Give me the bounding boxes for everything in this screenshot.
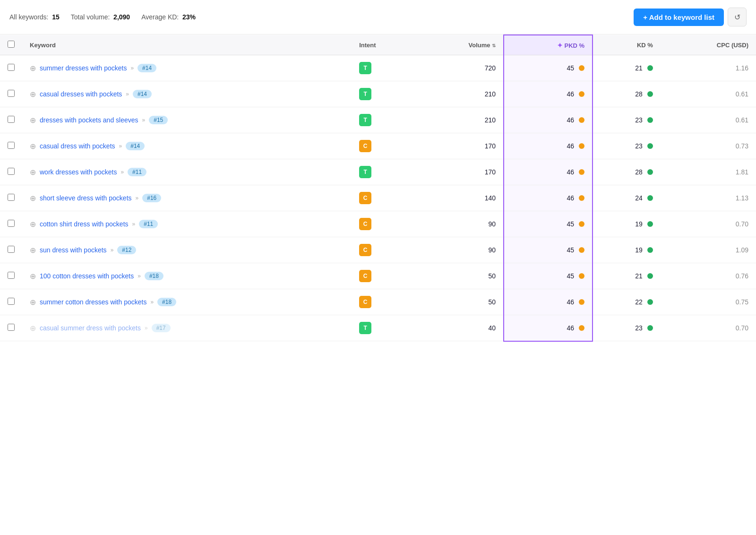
add-keyword-icon[interactable]: ⊕ bbox=[30, 116, 36, 125]
intent-badge: C bbox=[359, 270, 371, 282]
pkd-value: 46 bbox=[567, 142, 575, 150]
intent-badge: T bbox=[359, 62, 371, 74]
keyword-link[interactable]: cotton shirt dress with pockets bbox=[40, 220, 129, 228]
col-header-intent: Intent bbox=[352, 35, 416, 55]
kd-dot bbox=[647, 221, 653, 227]
row-checkbox[interactable] bbox=[8, 168, 15, 175]
row-checkbox[interactable] bbox=[8, 194, 15, 201]
keyword-cell: ⊕ work dresses with pockets » #11 bbox=[22, 159, 352, 185]
header-actions: + Add to keyword list ↺ bbox=[634, 8, 747, 26]
kd-cell: 28 bbox=[593, 81, 661, 107]
table-row: ⊕ cotton shirt dress with pockets » #11 … bbox=[0, 211, 756, 237]
intent-badge: T bbox=[359, 114, 371, 126]
kd-cell: 19 bbox=[593, 237, 661, 263]
navigate-arrows: » bbox=[126, 91, 129, 97]
table-row: ⊕ dresses with pockets and sleeves » #15… bbox=[0, 107, 756, 133]
pkd-value: 46 bbox=[567, 116, 575, 124]
pkd-dot bbox=[579, 247, 584, 253]
row-checkbox[interactable] bbox=[8, 324, 15, 331]
keyword-cell: ⊕ short sleeve dress with pockets » #16 bbox=[22, 185, 352, 211]
keyword-link[interactable]: summer dresses with pockets bbox=[40, 64, 127, 72]
kd-cell: 23 bbox=[593, 107, 661, 133]
volume-sort-icon[interactable]: ⇅ bbox=[492, 43, 496, 48]
intent-badge: T bbox=[359, 322, 371, 334]
add-keyword-icon[interactable]: ⊕ bbox=[30, 64, 36, 73]
keyword-table-container: Keyword Intent Volume ⇅ ✦ PKD % KD % CPC… bbox=[0, 35, 756, 342]
avg-kd-stat: Average KD: 23% bbox=[141, 13, 196, 21]
kd-value: 23 bbox=[635, 142, 643, 150]
add-keyword-icon[interactable]: ⊕ bbox=[30, 298, 36, 307]
add-keyword-icon[interactable]: ⊕ bbox=[30, 90, 36, 99]
add-to-keyword-list-button[interactable]: + Add to keyword list bbox=[634, 9, 724, 26]
add-keyword-icon[interactable]: ⊕ bbox=[30, 142, 36, 151]
keyword-cell: ⊕ cotton shirt dress with pockets » #11 bbox=[22, 211, 352, 237]
keyword-link[interactable]: casual dresses with pockets bbox=[40, 90, 122, 98]
rank-badge: #12 bbox=[117, 246, 136, 254]
keyword-link[interactable]: sun dress with pockets bbox=[40, 246, 107, 254]
kd-value: 21 bbox=[635, 272, 643, 280]
col-header-checkbox bbox=[0, 35, 22, 55]
volume-cell: 90 bbox=[416, 237, 504, 263]
row-checkbox-cell bbox=[0, 55, 22, 81]
navigate-arrows: » bbox=[137, 273, 141, 279]
add-keyword-icon[interactable]: ⊕ bbox=[30, 220, 36, 229]
pkd-cell: 46 bbox=[504, 185, 593, 211]
row-checkbox[interactable] bbox=[8, 90, 15, 97]
pkd-value: 46 bbox=[567, 324, 575, 332]
add-keyword-icon[interactable]: ⊕ bbox=[30, 324, 36, 333]
kd-dot bbox=[647, 299, 653, 305]
cpc-cell: 1.81 bbox=[661, 159, 756, 185]
keyword-link[interactable]: dresses with pockets and sleeves bbox=[40, 116, 138, 124]
add-keyword-icon[interactable]: ⊕ bbox=[30, 246, 36, 255]
table-row: ⊕ casual summer dress with pockets » #17… bbox=[0, 315, 756, 341]
rank-badge: #11 bbox=[139, 220, 158, 228]
row-checkbox[interactable] bbox=[8, 142, 15, 149]
row-checkbox[interactable] bbox=[8, 272, 15, 279]
col-header-volume: Volume ⇅ bbox=[416, 35, 504, 55]
pkd-dot bbox=[579, 299, 584, 305]
intent-cell: C bbox=[352, 185, 416, 211]
kd-dot bbox=[647, 247, 653, 253]
intent-badge: C bbox=[359, 296, 371, 308]
col-header-keyword: Keyword bbox=[22, 35, 352, 55]
rank-badge: #14 bbox=[133, 90, 152, 98]
pkd-dot bbox=[579, 195, 584, 201]
row-checkbox[interactable] bbox=[8, 298, 15, 305]
volume-cell: 210 bbox=[416, 81, 504, 107]
navigate-arrows: » bbox=[132, 221, 136, 227]
intent-cell: T bbox=[352, 107, 416, 133]
row-checkbox-cell bbox=[0, 315, 22, 341]
rank-badge: #14 bbox=[137, 64, 156, 72]
select-all-checkbox[interactable] bbox=[8, 41, 15, 48]
cpc-cell: 0.61 bbox=[661, 81, 756, 107]
pkd-dot bbox=[579, 325, 584, 331]
kd-value: 23 bbox=[635, 324, 643, 332]
rank-badge: #16 bbox=[142, 194, 161, 202]
refresh-button[interactable]: ↺ bbox=[728, 8, 747, 26]
add-keyword-icon[interactable]: ⊕ bbox=[30, 168, 36, 177]
kd-dot bbox=[647, 143, 653, 149]
keyword-link[interactable]: summer cotton dresses with pockets bbox=[40, 298, 146, 306]
row-checkbox[interactable] bbox=[8, 220, 15, 227]
keyword-link[interactable]: short sleeve dress with pockets bbox=[40, 194, 132, 202]
intent-cell: T bbox=[352, 81, 416, 107]
intent-cell: T bbox=[352, 55, 416, 81]
volume-cell: 50 bbox=[416, 263, 504, 289]
add-keyword-icon[interactable]: ⊕ bbox=[30, 272, 36, 281]
row-checkbox[interactable] bbox=[8, 246, 15, 253]
keyword-link[interactable]: casual dress with pockets bbox=[40, 142, 115, 150]
keyword-cell: ⊕ casual dress with pockets » #14 bbox=[22, 133, 352, 159]
keyword-link[interactable]: work dresses with pockets bbox=[40, 168, 117, 176]
keyword-link[interactable]: casual summer dress with pockets bbox=[40, 324, 141, 332]
kd-value: 24 bbox=[635, 194, 643, 202]
table-row: ⊕ casual dress with pockets » #14 C 170 … bbox=[0, 133, 756, 159]
row-checkbox[interactable] bbox=[8, 116, 15, 123]
add-keyword-icon[interactable]: ⊕ bbox=[30, 194, 36, 203]
pkd-value: 46 bbox=[567, 298, 575, 306]
rank-badge: #18 bbox=[157, 298, 176, 306]
keyword-cell: ⊕ summer cotton dresses with pockets » #… bbox=[22, 289, 352, 315]
volume-cell: 50 bbox=[416, 289, 504, 315]
keyword-link[interactable]: 100 cotton dresses with pockets bbox=[40, 272, 134, 280]
row-checkbox[interactable] bbox=[8, 64, 15, 71]
volume-cell: 170 bbox=[416, 159, 504, 185]
